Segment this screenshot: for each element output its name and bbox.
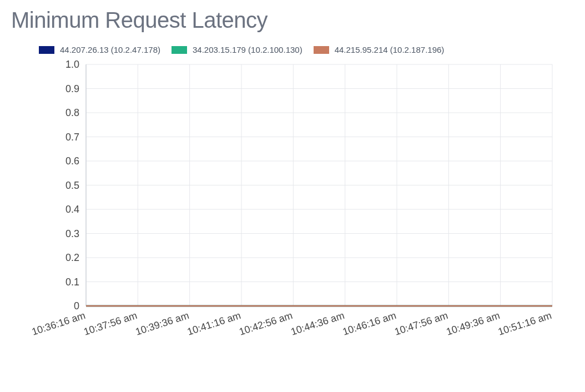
chart-title: Minimum Request Latency (11, 8, 574, 33)
line-chart[interactable]: 00.10.20.30.40.50.60.70.80.91.010:36:16 … (11, 59, 566, 359)
legend-item-2[interactable]: 44.215.95.214 (10.2.187.196) (314, 45, 445, 54)
y-tick-label: 0.8 (65, 107, 79, 118)
x-tick-label: 10:44:36 am (290, 310, 346, 338)
legend-label-0: 44.207.26.13 (10.2.47.178) (60, 45, 160, 54)
x-tick-label: 10:41:16 am (186, 310, 242, 338)
y-tick-label: 0.6 (65, 155, 79, 167)
y-tick-label: 0 (74, 300, 79, 311)
legend-swatch-0 (39, 46, 54, 54)
x-tick-label: 10:36:16 am (31, 310, 87, 338)
legend-swatch-1 (172, 46, 187, 54)
y-tick-label: 0.2 (65, 252, 79, 263)
y-tick-label: 0.7 (65, 132, 79, 143)
legend-label-2: 44.215.95.214 (10.2.187.196) (335, 45, 445, 54)
y-tick-label: 1.0 (65, 59, 79, 70)
y-tick-label: 0.9 (65, 83, 79, 94)
y-tick-label: 0.3 (65, 228, 79, 239)
legend: 44.207.26.13 (10.2.47.178) 34.203.15.179… (39, 45, 574, 54)
x-tick-label: 10:49:36 am (445, 310, 501, 338)
legend-item-1[interactable]: 34.203.15.179 (10.2.100.130) (172, 45, 302, 54)
y-tick-label: 0.4 (65, 204, 79, 215)
x-tick-label: 10:42:56 am (238, 310, 294, 338)
x-tick-label: 10:51:16 am (497, 310, 553, 338)
y-tick-label: 0.1 (65, 277, 79, 288)
legend-label-1: 34.203.15.179 (10.2.100.130) (193, 45, 302, 54)
legend-swatch-2 (314, 46, 329, 54)
x-tick-label: 10:39:36 am (134, 310, 190, 338)
x-tick-label: 10:47:56 am (393, 310, 449, 338)
legend-item-0[interactable]: 44.207.26.13 (10.2.47.178) (39, 45, 160, 54)
y-tick-label: 0.5 (65, 180, 79, 191)
x-tick-label: 10:37:56 am (82, 310, 138, 338)
x-tick-label: 10:46:16 am (341, 310, 397, 338)
